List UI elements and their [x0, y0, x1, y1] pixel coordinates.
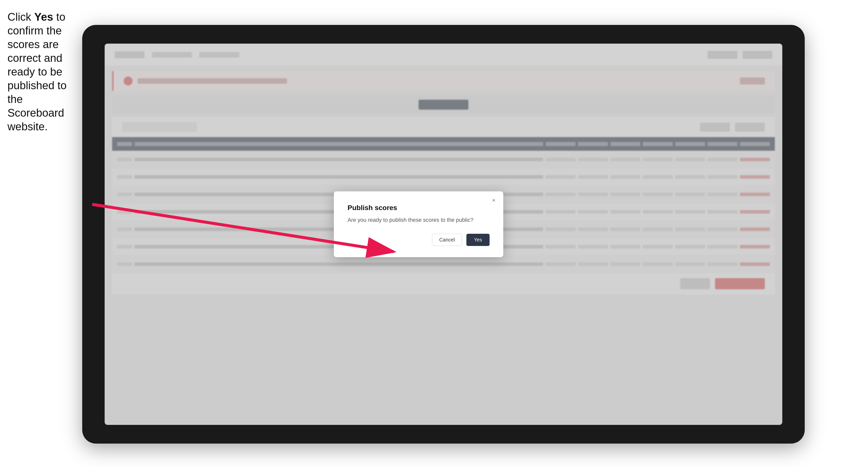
- yes-button[interactable]: Yes: [466, 234, 490, 246]
- modal-title: Publish scores: [347, 204, 490, 212]
- modal-close-button[interactable]: ×: [490, 196, 498, 204]
- tablet-screen: × Publish scores Are you ready to publis…: [105, 43, 782, 425]
- modal-body-text: Are you ready to publish these scores to…: [347, 216, 490, 224]
- modal-overlay: × Publish scores Are you ready to publis…: [105, 43, 782, 425]
- publish-scores-modal: × Publish scores Are you ready to publis…: [334, 191, 503, 257]
- cancel-button[interactable]: Cancel: [432, 234, 462, 246]
- modal-actions: Cancel Yes: [347, 234, 490, 246]
- instruction-text: Click Yes to confirm the scores are corr…: [7, 10, 77, 133]
- tablet-device: × Publish scores Are you ready to publis…: [82, 25, 805, 443]
